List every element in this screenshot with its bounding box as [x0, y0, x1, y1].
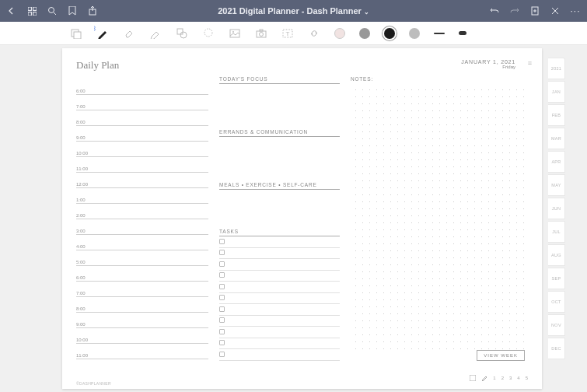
task-checkbox[interactable] [219, 340, 225, 345]
camera-tool-icon[interactable] [255, 27, 267, 40]
footer-page-num[interactable]: 3 [509, 376, 512, 380]
redo-icon[interactable] [509, 5, 520, 16]
task-checkbox[interactable] [219, 329, 225, 334]
notes-column: NOTES: VIEW WEEK [351, 59, 528, 383]
footer-edit-icon[interactable] [481, 375, 487, 381]
footer-page-num[interactable]: 5 [526, 376, 528, 380]
stroke-preview[interactable] [409, 28, 420, 39]
timeslot[interactable]: 4:00 [76, 235, 208, 250]
task-checkbox[interactable] [219, 284, 225, 289]
month-tab-mar[interactable]: MAR [548, 128, 565, 149]
color-swatch-2[interactable] [359, 28, 370, 39]
timeslot[interactable]: 3:00 [76, 219, 208, 235]
timeslot[interactable]: 1:00 [76, 188, 208, 204]
timeslot-label: 9:00 [76, 322, 86, 327]
month-tab-jan[interactable]: JAN [548, 81, 565, 103]
footer-page-num[interactable]: 1 [493, 376, 495, 380]
highlighter-tool-icon[interactable] [149, 27, 162, 40]
back-icon[interactable] [6, 5, 17, 16]
timeslot[interactable]: 7:00 [76, 282, 208, 297]
task-row[interactable] [219, 293, 340, 305]
timeslot[interactable]: 9:00 [76, 313, 208, 328]
task-row[interactable] [219, 304, 340, 316]
text-tool-icon[interactable]: T [281, 27, 294, 40]
task-checkbox[interactable] [219, 306, 225, 312]
month-tab-oct[interactable]: OCT [548, 291, 565, 313]
month-tab-apr[interactable]: APR [548, 151, 565, 173]
month-tab-jul[interactable]: JUL [548, 221, 565, 243]
timeslot[interactable]: 5:00 [76, 250, 208, 266]
grid-icon[interactable] [26, 5, 37, 16]
color-swatch-3[interactable] [384, 28, 395, 39]
more-icon[interactable]: ··· [570, 5, 581, 16]
lasso-tool-icon[interactable] [202, 27, 215, 40]
timeslot[interactable]: 8:00 [76, 110, 208, 126]
svg-rect-19 [470, 375, 476, 381]
footer-page-num[interactable]: 4 [517, 376, 519, 380]
page-menu-icon[interactable]: ≡ [528, 59, 531, 67]
stroke-thin[interactable] [434, 33, 445, 34]
link-tool-icon[interactable] [308, 27, 320, 40]
task-checkbox[interactable] [219, 295, 225, 300]
timeslot[interactable]: 6:00 [76, 266, 208, 282]
task-row[interactable] [219, 259, 340, 271]
search-icon[interactable] [47, 5, 58, 16]
image-tool-icon[interactable] [229, 27, 241, 40]
month-tab-jun[interactable]: JUN [548, 198, 565, 219]
timeslot-label: 8:00 [76, 120, 86, 125]
task-checkbox[interactable] [219, 317, 225, 323]
eraser-tool-icon[interactable] [123, 27, 135, 40]
task-checkbox[interactable] [219, 239, 225, 244]
timeslot[interactable]: 10:00 [76, 328, 208, 344]
footer-page-num[interactable]: 2 [501, 376, 504, 380]
timeslot[interactable]: 11:00 [76, 157, 208, 173]
task-checkbox[interactable] [219, 352, 225, 357]
timeslot[interactable]: 8:00 [76, 297, 208, 313]
view-week-button[interactable]: VIEW WEEK [477, 350, 525, 361]
month-tab-nov[interactable]: NOV [548, 314, 565, 336]
month-tab-feb[interactable]: FEB [548, 104, 565, 126]
page-title: Daily Plan [76, 59, 208, 72]
timeslot-label: 3:00 [76, 229, 86, 234]
close-icon[interactable] [550, 5, 561, 16]
timeslot[interactable]: 2:00 [76, 204, 208, 219]
planner-page[interactable]: JANUARY 1, 2021 Friday ≡ Daily Plan 6:00… [62, 48, 542, 389]
month-tab-2021[interactable]: 2021 [548, 58, 565, 79]
stroke-thick[interactable] [459, 31, 466, 35]
task-row[interactable] [219, 327, 340, 338]
undo-icon[interactable] [489, 5, 500, 16]
month-tab-sep[interactable]: SEP [548, 268, 565, 289]
month-tab-may[interactable]: MAY [548, 174, 565, 196]
task-row[interactable] [219, 349, 340, 361]
bookmark-icon[interactable] [67, 5, 78, 16]
timeslot[interactable]: 12:00 [76, 173, 208, 188]
timeslot[interactable]: 10:00 [76, 142, 208, 157]
month-tab-dec[interactable]: DEC [548, 338, 565, 359]
svg-rect-2 [28, 12, 31, 15]
month-tab-aug[interactable]: AUG [548, 244, 565, 266]
notes-dotgrid[interactable] [351, 85, 528, 351]
task-row[interactable] [219, 338, 340, 350]
timeslot[interactable]: 6:00 [76, 79, 208, 95]
task-row[interactable] [219, 236, 340, 248]
task-row[interactable] [219, 316, 340, 327]
share-icon[interactable] [87, 5, 98, 16]
task-checkbox[interactable] [219, 250, 225, 255]
timeslot[interactable]: 9:00 [76, 126, 208, 142]
svg-point-11 [204, 29, 212, 37]
task-checkbox[interactable] [219, 261, 225, 267]
zoom-tool-icon[interactable] [70, 27, 82, 40]
color-swatch-1[interactable] [334, 28, 345, 39]
document-title[interactable]: 2021 Digital Planner - Dash Planner ⌄ [98, 6, 489, 16]
task-row[interactable] [219, 282, 340, 293]
timeslot[interactable]: 11:00 [76, 344, 208, 359]
timeslot[interactable]: 7:00 [76, 95, 208, 110]
task-checkbox[interactable] [219, 272, 225, 278]
timeslot-label: 4:00 [76, 244, 86, 250]
pen-tool-icon[interactable]: ᛒ [96, 27, 109, 40]
shape-tool-icon[interactable] [176, 27, 188, 40]
task-row[interactable] [219, 271, 340, 282]
add-page-icon[interactable] [529, 5, 540, 16]
task-row[interactable] [219, 248, 340, 260]
footer-checkbox-icon[interactable] [470, 375, 476, 381]
